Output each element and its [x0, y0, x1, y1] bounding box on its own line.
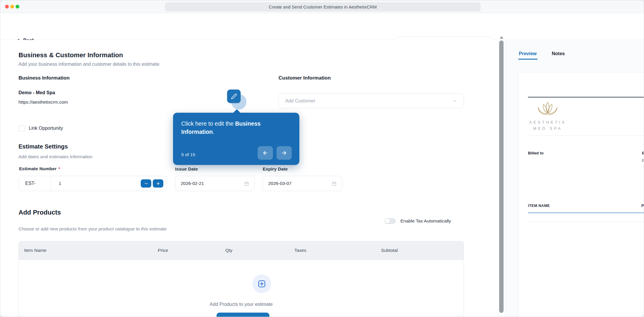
- section-subtitle-business-customer: Add your business information and custom…: [19, 62, 159, 67]
- enable-tax-label: Enable Tax Automatically: [400, 218, 451, 224]
- estimate-number-input[interactable]: 1: [51, 181, 141, 186]
- enable-tax-toggle[interactable]: [385, 218, 396, 224]
- scrollbar-up-arrow[interactable]: [500, 36, 503, 39]
- empty-products-text: Add Products to your estimate: [19, 302, 464, 307]
- business-name: Demo - Med Spa: [19, 90, 55, 95]
- business-information-heading: Business Information: [19, 75, 70, 81]
- scrollbar-thumb[interactable]: [499, 41, 504, 313]
- estimate-settings-subtitle: Add dates and estimates information: [19, 154, 93, 159]
- expiry-date-label: Expiry Date: [263, 166, 288, 172]
- add-customer-placeholder: Add Customer: [285, 98, 452, 104]
- clipped-estimate-value: E: [642, 158, 644, 163]
- add-customer-select[interactable]: Add Customer: [279, 93, 464, 108]
- estimate-preview-document: AESTHETIX MED SPA Billed to E E ITEM NAM…: [518, 72, 644, 317]
- preview-panel: Preview Notes AESTHETIX MED SPA Billed t…: [505, 40, 644, 317]
- add-products-subtitle: Choose or add new products from your pro…: [19, 226, 167, 232]
- tax-toggle-row: Enable Tax Automatically: [385, 218, 451, 224]
- tour-tooltip: Click here to edit the Business Informat…: [173, 113, 299, 165]
- app-window: Create and Send Customer Estimates in Ae…: [0, 0, 644, 317]
- active-tab-underline: [518, 59, 538, 60]
- column-qty: Qty: [225, 248, 232, 253]
- minimize-window-button[interactable]: [10, 5, 14, 9]
- section-title-business-customer: Business & Customer Information: [19, 51, 123, 59]
- clipped-estimate-label: E: [642, 151, 644, 155]
- add-product-button-partial[interactable]: [217, 313, 269, 317]
- issue-date-input[interactable]: 2026-02-21: [175, 176, 255, 191]
- tour-previous-button[interactable]: [258, 146, 273, 160]
- plus-icon: [156, 181, 160, 186]
- decrement-button[interactable]: [141, 179, 151, 188]
- expiry-date-input[interactable]: 2026-03-07: [263, 176, 342, 191]
- preview-table-header-rule: [528, 213, 644, 213]
- estimate-number-stepper: [141, 179, 166, 188]
- products-table-header: Item Name Price Qty Taxes Subtotal: [19, 241, 464, 260]
- tab-preview[interactable]: Preview: [519, 51, 536, 56]
- estimate-settings-heading: Estimate Settings: [19, 143, 68, 150]
- close-window-button[interactable]: [5, 5, 9, 9]
- tooltip-arrow: [233, 109, 241, 113]
- add-product-icon-button[interactable]: [252, 274, 271, 293]
- add-products-heading: Add Products: [19, 209, 61, 216]
- business-website: https://aesthetixcrm.com: [19, 100, 68, 105]
- preview-table-divider: [528, 222, 644, 222]
- estimate-number-field: EST- 1: [19, 176, 166, 191]
- calendar-icon: [332, 181, 337, 186]
- expiry-date-value: 2026-03-07: [268, 181, 332, 186]
- link-opportunity-label: Link Opportunity: [29, 126, 63, 131]
- column-taxes: Taxes: [294, 248, 306, 253]
- lotus-logo-icon: [535, 101, 561, 119]
- preview-item-name-header: ITEM NAME: [528, 204, 550, 208]
- tooltip-navigation: [258, 146, 292, 160]
- logo-text-line1: AESTHETIX: [527, 120, 568, 124]
- issue-date-label: Issue Date: [175, 166, 198, 172]
- issue-date-value: 2026-02-21: [181, 181, 244, 186]
- tooltip-text: Click here to edit the Business Informat…: [181, 120, 287, 136]
- minus-icon: [144, 181, 148, 186]
- chevron-down-icon: [452, 99, 457, 103]
- column-subtotal: Subtotal: [381, 248, 398, 253]
- required-asterisk: *: [58, 166, 60, 171]
- clipped-price-header: P: [641, 204, 644, 208]
- arrow-right-icon: [281, 150, 287, 156]
- plus-square-icon: [257, 279, 266, 288]
- toggle-knob: [385, 219, 390, 223]
- products-table: Item Name Price Qty Taxes Subtotal Add P…: [19, 241, 464, 317]
- document-divider: [528, 136, 644, 136]
- logo-text-line2: MED SPA: [527, 126, 568, 131]
- window-title: Create and Send Customer Estimates in Ae…: [165, 2, 481, 11]
- column-price: Price: [158, 248, 168, 253]
- pencil-icon: [231, 93, 237, 100]
- link-opportunity-checkbox[interactable]: [19, 125, 25, 131]
- maximize-window-button[interactable]: [16, 5, 19, 9]
- estimate-number-prefix: EST-: [19, 176, 51, 191]
- customer-information-heading: Customer Information: [279, 75, 331, 81]
- billed-to-label: Billed to: [528, 151, 544, 155]
- app-header: Back New Estimate 12 / 40: [0, 13, 644, 40]
- document-top-rule: [528, 97, 644, 97]
- titlebar: Create and Send Customer Estimates in Ae…: [0, 0, 644, 13]
- edit-business-info-button[interactable]: [227, 90, 241, 103]
- link-opportunity-row: Link Opportunity: [19, 125, 63, 131]
- column-item-name: Item Name: [24, 248, 46, 253]
- increment-button[interactable]: [153, 179, 163, 188]
- tour-next-button[interactable]: [276, 146, 292, 160]
- calendar-icon: [244, 181, 249, 186]
- estimate-number-label: Estimate Number*: [19, 166, 60, 171]
- arrow-left-icon: [262, 150, 268, 156]
- tab-notes[interactable]: Notes: [552, 51, 565, 56]
- tooltip-step-counter: 5 of 15: [181, 152, 195, 157]
- estimate-form: Business & Customer Information Add your…: [0, 40, 505, 317]
